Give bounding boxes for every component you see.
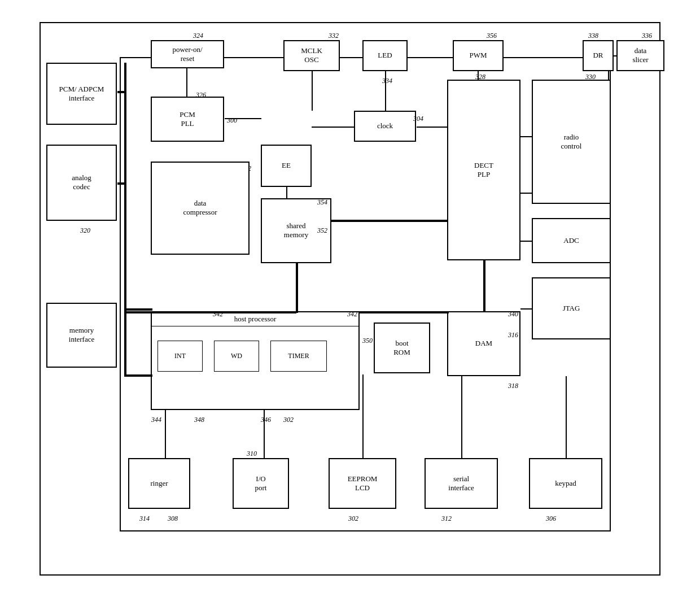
pll-to-ee-h: [225, 118, 261, 119]
ref-348: 348: [194, 416, 204, 424]
led-down-v: [385, 71, 386, 111]
serial-interface-block: serialinterface: [425, 458, 498, 509]
dam-dect-v: [483, 260, 485, 312]
dr-block: DR: [583, 40, 614, 71]
ref-342: 342: [347, 310, 357, 319]
ringer-label: ringer: [150, 479, 168, 488]
pcm-adpcm-label: PCM/ ADPCM interface: [47, 85, 116, 103]
analog-codec-label: analogcodec: [72, 173, 91, 191]
eeprom-lcd-label: EEPROMLCD: [348, 474, 378, 493]
ref-354: 354: [317, 198, 327, 207]
ref-324: 324: [193, 32, 203, 40]
power-on-reset-label: power-on/reset: [172, 45, 202, 63]
codec-bus-h: [117, 182, 126, 185]
left-bus-h2: [124, 374, 152, 377]
mclk-clock-v: [312, 71, 313, 111]
hp-io-v: [264, 410, 265, 459]
ref-352: 352: [317, 226, 327, 235]
ref-344: 344: [151, 416, 161, 424]
pwm-label: PWM: [469, 51, 487, 60]
adc-label: ADC: [563, 236, 579, 245]
dam-adc-h: [520, 241, 533, 242]
timer-block: TIMER: [270, 341, 327, 372]
ee-label: EE: [282, 161, 291, 170]
pwm-block: PWM: [453, 40, 504, 71]
dect-plp-block: DECTPLP: [447, 80, 520, 260]
io-port-block: I/Oport: [233, 458, 289, 509]
data-slicer-block: dataslicer: [616, 40, 664, 71]
ref-342-pos: 342: [213, 310, 223, 319]
ref-350: 350: [362, 337, 373, 345]
led-block: LED: [362, 40, 408, 71]
shared-memory-label: sharedmemory: [284, 221, 308, 239]
jtag-dam-h: [520, 308, 533, 310]
jtag-label: JTAG: [563, 304, 580, 313]
ref-320: 320: [80, 226, 90, 235]
left-bus-h1: [124, 308, 152, 311]
analog-codec-block: analogcodec: [46, 145, 117, 221]
led-label: LED: [378, 51, 392, 60]
data-slicer-label: dataslicer: [632, 46, 648, 64]
ref-328: 328: [475, 73, 485, 81]
main-bus-h: [124, 311, 296, 313]
ee-to-mem-v: [286, 187, 287, 199]
ref-318: 318: [508, 382, 518, 390]
left-bus-v: [124, 63, 126, 376]
pcm-bus-h: [117, 91, 126, 93]
dr-label: DR: [593, 51, 603, 60]
diagram: PCM/ ADPCM interface power-on/reset 324 …: [40, 22, 660, 576]
ref-304: 304: [413, 115, 423, 123]
wd-block: WD: [214, 341, 259, 372]
data-compressor-block: datacompressor: [151, 162, 250, 255]
adc-block: ADC: [532, 218, 611, 263]
ref-308: 308: [168, 515, 178, 523]
radio-control-block: radiocontrol: [532, 80, 611, 204]
boot-rom-block: bootROM: [374, 323, 430, 373]
ref-312b: 302: [348, 515, 358, 523]
ref-340: 340: [508, 310, 518, 319]
ref-312: 312: [441, 515, 452, 523]
serial-up-v: [461, 376, 462, 459]
dam-label: DAM: [475, 339, 492, 348]
ref-314: 314: [139, 515, 150, 523]
clock-dect-h: [417, 127, 448, 128]
clock-block: clock: [354, 111, 416, 142]
main-bus-h2: [360, 311, 449, 313]
power-on-reset-block: power-on/reset: [151, 40, 224, 68]
data-compressor-label: datacompressor: [183, 199, 217, 217]
ref-330: 330: [585, 73, 596, 81]
ref-336: 336: [642, 32, 652, 40]
keypad-block: keypad: [529, 458, 602, 509]
serial-interface-label: serialinterface: [448, 474, 474, 493]
ee-block: EE: [261, 145, 312, 187]
dect-radio-h2: [520, 193, 533, 194]
ref-346: 346: [261, 416, 271, 424]
pcm-pll-block: PCMPLL: [151, 97, 224, 142]
ref-334: 334: [382, 77, 392, 85]
pcm-adpcm-block: PCM/ ADPCM interface: [46, 63, 117, 125]
ref-316: 316: [508, 331, 518, 339]
radio-control-label: radiocontrol: [561, 133, 582, 151]
eeprom-up-v: [362, 374, 364, 459]
pwm-down-v: [478, 71, 479, 81]
int-block: INT: [158, 341, 203, 372]
ds-rc-v: [608, 71, 609, 81]
dr-ds-h: [613, 55, 618, 56]
ref-306: 306: [546, 515, 556, 523]
ref-356: 356: [487, 32, 497, 40]
mclk-osc-label: MCLKOSC: [301, 46, 322, 64]
keypad-label: keypad: [555, 479, 576, 488]
host-processor-block: host processor INT WD TIMER: [151, 311, 360, 410]
dect-radio-h: [520, 136, 533, 137]
pcm-pll-label: PCMPLL: [180, 110, 195, 128]
keypad-up-v: [566, 376, 567, 459]
ref-338: 338: [588, 32, 598, 40]
ref-332: 332: [329, 32, 339, 40]
eeprom-lcd-block: EEPROMLCD: [329, 458, 396, 509]
power-pll-v: [186, 68, 187, 98]
dam-block: DAM: [447, 311, 520, 376]
mem-down-v: [296, 263, 298, 313]
io-port-label: I/Oport: [255, 474, 267, 493]
mem-to-dect-h: [331, 220, 448, 222]
ringer-block: ringer: [128, 458, 190, 509]
